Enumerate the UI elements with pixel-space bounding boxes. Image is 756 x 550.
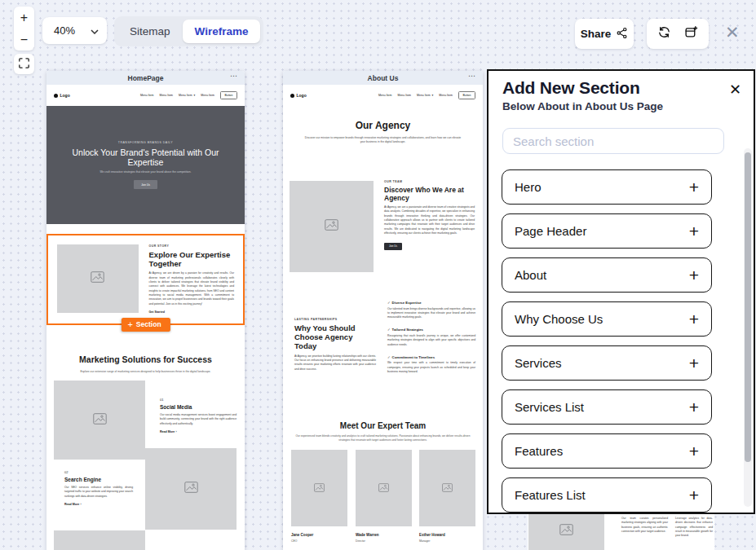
add-section-panel: Add New Section Below About in About Us … bbox=[487, 69, 755, 514]
plus-icon[interactable]: + bbox=[689, 354, 699, 372]
fit-view-button[interactable] bbox=[14, 54, 34, 74]
nav-item: Menu Item bbox=[159, 94, 173, 97]
tab-sitemap[interactable]: Sitemap bbox=[117, 20, 183, 43]
logo-icon bbox=[290, 94, 294, 98]
page-card-homepage: HomePage ⋯ Logo Menu Item Menu Item Menu… bbox=[46, 71, 245, 550]
add-section-button[interactable]: + Section bbox=[121, 318, 170, 332]
close-icon: ✕ bbox=[725, 23, 740, 42]
search-section-input[interactable] bbox=[502, 128, 724, 154]
page-menu-icon[interactable]: ⋯ bbox=[468, 72, 476, 80]
image-placeholder-icon bbox=[559, 524, 573, 539]
image-placeholder-icon bbox=[442, 481, 453, 495]
section-option-hero[interactable]: Hero+ bbox=[502, 169, 712, 205]
join-us-button: Join Us bbox=[384, 243, 402, 250]
check-item: ✓Commitment to Timelines We respect your… bbox=[387, 355, 475, 374]
panel-subtitle: Below About in About Us Page bbox=[502, 100, 663, 112]
section-option-about[interactable]: About+ bbox=[502, 257, 712, 293]
arrow-right-icon: › bbox=[80, 503, 81, 506]
image-placeholder bbox=[145, 448, 237, 530]
zoom-controls: + − bbox=[14, 7, 34, 51]
image-placeholder bbox=[57, 244, 139, 313]
share-icon bbox=[616, 27, 628, 42]
zoom-level-select[interactable]: 40% bbox=[42, 17, 107, 44]
marketing-item: 01 Social Media Our social media managem… bbox=[160, 398, 237, 433]
arrow-right-icon: › bbox=[175, 430, 176, 433]
hero-button: Join Us bbox=[134, 180, 157, 189]
check-icon: ✓ bbox=[387, 328, 391, 332]
nav-item: Menu Item bbox=[397, 94, 411, 97]
nav-menu: Menu Item Menu Item Menu Item ▾ Menu Ite… bbox=[378, 91, 475, 99]
plus-icon[interactable]: + bbox=[689, 442, 699, 460]
image-placeholder-icon bbox=[91, 271, 104, 286]
close-builder-button[interactable]: ✕ bbox=[725, 24, 740, 41]
page-menu-icon[interactable]: ⋯ bbox=[230, 72, 238, 80]
logo: Logo bbox=[290, 93, 307, 98]
minus-icon: − bbox=[20, 33, 28, 47]
zoom-in-button[interactable]: + bbox=[14, 7, 34, 29]
about-intro-subtext: Discover our mission to empower brands t… bbox=[303, 136, 463, 145]
hero-section: TRANSFORMING BRANDS DAILY Unlock Your Br… bbox=[46, 106, 245, 224]
nav-item: Menu Item bbox=[378, 94, 392, 97]
plus-icon[interactable]: + bbox=[689, 398, 699, 416]
panel-scrollbar-thumb[interactable] bbox=[745, 152, 751, 462]
page-title: HomePage bbox=[128, 74, 164, 82]
chevron-down-icon: ▾ bbox=[432, 94, 434, 97]
close-icon: ✕ bbox=[729, 81, 741, 98]
section-option-features[interactable]: Features+ bbox=[502, 433, 712, 469]
chevron-down-icon bbox=[91, 24, 99, 37]
image-placeholder-icon bbox=[184, 482, 198, 496]
image-placeholder bbox=[54, 530, 145, 550]
share-button[interactable]: Share bbox=[575, 19, 634, 49]
logo-icon bbox=[54, 94, 58, 98]
nav-item: Menu Item bbox=[140, 94, 154, 97]
page-card-about: About Us ⋯ Logo Menu Item Menu Item Menu… bbox=[283, 71, 483, 550]
page-title-bar[interactable]: About Us ⋯ bbox=[283, 71, 483, 85]
hero-subtext: We craft innovative strategies that elev… bbox=[73, 170, 219, 174]
check-item: ✓Tailored Strategies Recognizing that ea… bbox=[387, 328, 475, 346]
plus-icon[interactable]: + bbox=[689, 266, 699, 284]
page-title-bar[interactable]: HomePage ⋯ bbox=[46, 71, 245, 85]
page-title: About Us bbox=[368, 74, 399, 82]
team-card: Wade Warren Director bbox=[356, 450, 412, 543]
share-button-label: Share bbox=[581, 28, 612, 40]
story-heading: Explore Our Expertise Together bbox=[149, 250, 234, 268]
fit-view-icon bbox=[19, 57, 29, 72]
panel-close-button[interactable]: ✕ bbox=[729, 81, 741, 99]
selected-section-story[interactable]: OUR STORY Explore Our Expertise Together… bbox=[46, 234, 245, 325]
nav-button: Button bbox=[220, 91, 237, 99]
view-mode-tabs: Sitemap Wireframe bbox=[114, 16, 263, 46]
check-item: ✓Diverse Expertise Our talented team bri… bbox=[387, 301, 475, 319]
read-more-link: Read More › bbox=[160, 430, 237, 433]
plus-icon[interactable]: + bbox=[689, 310, 699, 328]
section-option-features-list[interactable]: Features List+ bbox=[502, 477, 712, 513]
add-section-label: Section bbox=[136, 320, 161, 328]
marketing-item: 02 Search Engine Our SEO services enhanc… bbox=[64, 470, 133, 506]
nav-item: Menu Item bbox=[201, 94, 214, 97]
partial-text: Leverage analytics for data-driven decis… bbox=[675, 517, 713, 539]
team-card: Esther Howard Manager bbox=[419, 450, 475, 543]
nav-item: Menu Item bbox=[417, 94, 431, 97]
new-board-button[interactable] bbox=[684, 25, 698, 42]
marketing-subtext: Explore our extensive range of marketing… bbox=[62, 370, 229, 373]
plus-icon[interactable]: + bbox=[689, 178, 699, 196]
section-option-services-list[interactable]: Services List+ bbox=[502, 389, 712, 425]
plus-icon[interactable]: + bbox=[689, 222, 699, 240]
why-choose-left: LASTING PARTNERSHIPS Why You Should Choo… bbox=[294, 318, 376, 372]
refresh-button[interactable] bbox=[657, 25, 671, 42]
read-more-link: Read More › bbox=[64, 503, 133, 506]
plus-icon: + bbox=[127, 320, 132, 329]
section-option-why-choose-us[interactable]: Why Choose Us+ bbox=[502, 301, 712, 337]
marketing-section: Marketing Solutions for Success Explore … bbox=[46, 334, 245, 550]
team-card: Jane Cooper CEO bbox=[291, 450, 347, 543]
hero-heading: Unlock Your Brand's Potential with Our E… bbox=[65, 147, 227, 168]
story-text: OUR STORY Explore Our Expertise Together… bbox=[149, 244, 234, 315]
section-option-services[interactable]: Services+ bbox=[502, 345, 712, 381]
nav-menu: Menu Item Menu Item Menu Item ▾ Menu Ite… bbox=[140, 91, 237, 99]
zoom-out-button[interactable]: − bbox=[14, 29, 34, 51]
section-option-page-header[interactable]: Page Header+ bbox=[502, 213, 712, 249]
plus-icon[interactable]: + bbox=[689, 486, 699, 504]
story-body: At Agency, we are driven by a passion fo… bbox=[149, 271, 234, 306]
tab-wireframe[interactable]: Wireframe bbox=[183, 20, 261, 43]
image-placeholder-icon bbox=[378, 481, 389, 495]
who-we-are-section: OUR TEAM Discover Who We Are at Agency A… bbox=[384, 180, 475, 250]
